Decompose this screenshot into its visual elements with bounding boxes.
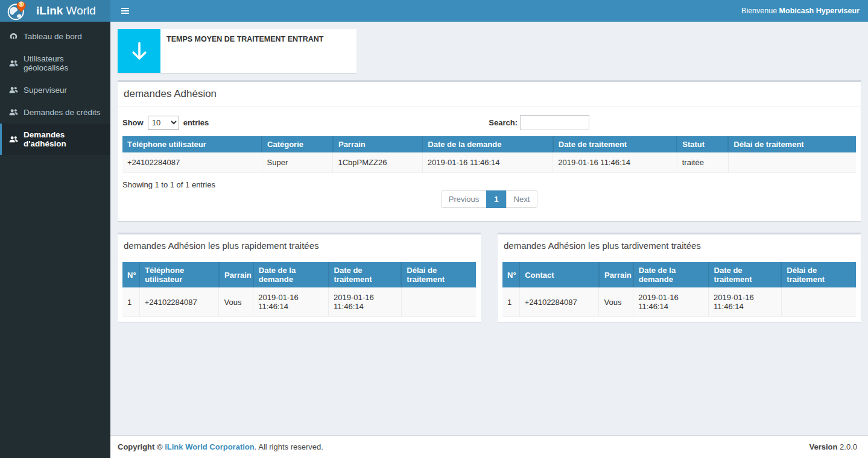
sidebar-item-label: Tableau de bord: [24, 32, 82, 41]
arrow-down-icon: [118, 29, 160, 73]
sidebar-item-label: Superviseur: [24, 86, 67, 95]
table-cell: 2019-01-16 11:46:14: [709, 287, 782, 317]
table-cell: [781, 287, 856, 317]
table-cell: traitée: [677, 152, 728, 173]
sidebar-item-demandes-adhesion[interactable]: Demandes d'adhésion: [0, 124, 110, 155]
sidebar-item-utilisateurs-geolocalises[interactable]: Utilisateurs géolocalisés: [0, 48, 110, 79]
pagination-page-1-button[interactable]: 1: [486, 190, 506, 208]
table-cell: +24102284087: [139, 287, 219, 317]
table-row: +24102284087Super1CbpPMZZ262019-01-16 11…: [122, 152, 856, 173]
sidebar-item-label: Demandes d'adhésion: [24, 130, 107, 148]
users-icon: [9, 135, 18, 144]
table-cell: [401, 287, 476, 317]
users-icon: [9, 108, 18, 117]
column-header[interactable]: Date de traitement: [553, 136, 677, 152]
welcome-user-menu[interactable]: Bienvenue Mobicash Hyperviseur: [741, 7, 860, 15]
panel-tardivement-traitees: demandes Adhésion les plus tardivement t…: [498, 233, 861, 322]
panel-title: demandes Adhésion les plus tardivement t…: [504, 240, 855, 251]
column-header[interactable]: Catégorie: [262, 136, 333, 152]
table-cell: 2019-01-16 11:46:14: [329, 287, 402, 317]
table-row: 1+24102284087Vous2019-01-16 11:46:142019…: [122, 287, 476, 317]
show-label: Show: [122, 118, 144, 127]
sidebar-toggle-hamburger-icon[interactable]: [120, 5, 130, 16]
page-footer: Copyright © iLink World Corporation. All…: [110, 435, 868, 458]
column-header: Parrain: [599, 262, 633, 287]
dashboard-icon: [9, 32, 18, 41]
sidebar-item-tableau-de-bord[interactable]: Tableau de bord: [0, 25, 110, 48]
panel-demandes-adhesion: demandes Adhésion Show 10 entries Search…: [118, 80, 861, 221]
column-header: N°: [502, 262, 519, 287]
copyright-text: Copyright © iLink World Corporation. All…: [118, 442, 323, 451]
main-content: TEMPS MOYEN DE TRAITEMENT ENTRANT demand…: [110, 22, 868, 435]
svg-text:$: $: [20, 2, 22, 7]
table-cell: 2019-01-16 11:46:14: [422, 152, 553, 173]
column-header: Date de traitement: [329, 262, 402, 287]
column-header[interactable]: Date de la demande: [422, 136, 553, 152]
pagination: Previous 1 Next: [122, 190, 856, 210]
panel-title: demandes Adhésion les plus rapidement tr…: [124, 240, 475, 251]
tardivement-traitees-table: N°ContactParrainDate de la demandeDate d…: [502, 262, 856, 317]
column-header: N°: [122, 262, 139, 287]
brand-title: iLink World: [36, 4, 96, 17]
column-header: Téléphone utilisateur: [139, 262, 219, 287]
table-cell: Vous: [599, 287, 633, 317]
sidebar-item-label: Utilisateurs géolocalisés: [24, 54, 107, 72]
table-cell: Vous: [219, 287, 253, 317]
table-info-text: Showing 1 to 1 of 1 entries: [122, 180, 856, 189]
sidebar-item-superviseur[interactable]: Superviseur: [0, 79, 110, 101]
page-length-control: Show 10 entries: [122, 116, 209, 130]
search-label: Search:: [489, 118, 518, 127]
pagination-next-button[interactable]: Next: [506, 190, 538, 208]
sidebar-item-demandes-de-credits[interactable]: Demandes de crédits: [0, 101, 110, 124]
column-header[interactable]: Téléphone utilisateur: [122, 136, 262, 152]
column-header: Date de traitement: [709, 262, 782, 287]
table-cell: 1: [122, 287, 139, 317]
brand-logo-area[interactable]: $ iLink World: [0, 0, 110, 22]
panel-title: demandes Adhésion: [124, 88, 855, 100]
panel-rapidement-traitees: demandes Adhésion les plus rapidement tr…: [118, 233, 481, 322]
users-icon: [9, 86, 18, 95]
column-header[interactable]: Délai de traitement: [728, 136, 856, 152]
info-box-title: TEMPS MOYEN DE TRAITEMENT ENTRANT: [166, 35, 323, 43]
search-control: Search:: [489, 115, 589, 130]
table-cell: +24102284087: [519, 287, 599, 317]
column-header[interactable]: Statut: [677, 136, 728, 152]
pagination-previous-button[interactable]: Previous: [441, 190, 487, 208]
info-box-temps-moyen: TEMPS MOYEN DE TRAITEMENT ENTRANT: [118, 29, 356, 73]
column-header: Date de la demande: [633, 262, 709, 287]
users-icon: [9, 59, 18, 68]
entries-label: entries: [183, 118, 209, 127]
table-row: 1+24102284087Vous2019-01-16 11:46:142019…: [502, 287, 856, 317]
table-cell: Super: [262, 152, 333, 173]
sidebar-item-label: Demandes de crédits: [24, 108, 101, 117]
column-header[interactable]: Parrain: [333, 136, 422, 152]
top-navbar: $ iLink World Bienvenue Mobicash Hypervi…: [0, 0, 868, 22]
table-cell: 2019-01-16 11:46:14: [633, 287, 709, 317]
rapidement-traitees-table: N°Téléphone utilisateurParrainDate de la…: [122, 262, 476, 317]
table-cell: 1: [502, 287, 519, 317]
table-cell: 1CbpPMZZ26: [333, 152, 422, 173]
column-header: Parrain: [219, 262, 253, 287]
version-text: Version 2.0.0: [809, 442, 858, 451]
column-header: Date de la demande: [253, 262, 329, 287]
search-input[interactable]: [520, 115, 589, 130]
column-header: Contact: [519, 262, 599, 287]
globe-pin-logo-icon: $: [6, 1, 28, 21]
sidebar: Tableau de bord Utilisateurs géolocalisé…: [0, 22, 110, 458]
table-cell: [728, 152, 856, 173]
page-length-select[interactable]: 10: [148, 116, 179, 130]
column-header: Délai de traitement: [401, 262, 476, 287]
company-link[interactable]: iLink World Corporation: [165, 442, 255, 451]
column-header: Délai de traitement: [781, 262, 856, 287]
demandes-adhesion-table: Téléphone utilisateurCatégorieParrainDat…: [122, 136, 856, 173]
table-cell: +24102284087: [122, 152, 262, 173]
table-cell: 2019-01-16 11:46:14: [253, 287, 329, 317]
navbar-main: Bienvenue Mobicash Hyperviseur: [110, 0, 868, 22]
table-cell: 2019-01-16 11:46:14: [553, 152, 677, 173]
